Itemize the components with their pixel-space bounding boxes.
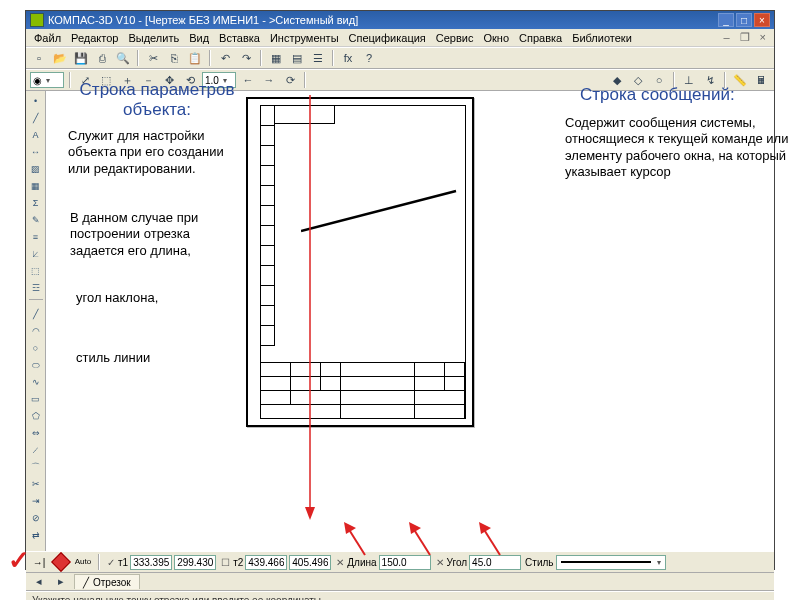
arc-icon[interactable]: ◠ — [28, 323, 44, 339]
fillet-icon[interactable]: ⌒ — [28, 459, 44, 475]
zoom-next-icon[interactable]: → — [260, 71, 278, 89]
select-tool-icon[interactable]: ⬚ — [28, 263, 44, 279]
chamfer-icon[interactable]: ⟋ — [28, 442, 44, 458]
trim-icon[interactable]: ✂ — [28, 476, 44, 492]
menu-help[interactable]: Справка — [515, 31, 566, 45]
pt2-y-input[interactable] — [289, 555, 331, 570]
refresh-icon[interactable]: ⟳ — [281, 71, 299, 89]
snap-mid-icon[interactable]: ◇ — [629, 71, 647, 89]
offset-icon[interactable]: ⇔ — [28, 425, 44, 441]
polygon-icon[interactable]: ⬠ — [28, 408, 44, 424]
length-field: ✕ Длина — [335, 555, 430, 570]
open-icon[interactable]: 📂 — [51, 49, 69, 67]
menu-libs[interactable]: Библиотеки — [568, 31, 636, 45]
menu-view[interactable]: Вид — [185, 31, 213, 45]
lock-icon[interactable]: ☐ — [220, 557, 231, 568]
pt1-y-input[interactable] — [174, 555, 216, 570]
mirror-icon[interactable]: ⇄ — [28, 527, 44, 543]
extend-icon[interactable]: ⇥ — [28, 493, 44, 509]
measure-icon[interactable]: 📏 — [731, 71, 749, 89]
menu-edit[interactable]: Редактор — [67, 31, 122, 45]
vars-icon[interactable]: fx — [339, 49, 357, 67]
tab-prev-icon[interactable]: ◂ — [30, 573, 48, 591]
edit-tool-icon[interactable]: ✎ — [28, 212, 44, 228]
menu-service[interactable]: Сервис — [432, 31, 478, 45]
mdi-close[interactable]: × — [756, 30, 770, 45]
cut-icon[interactable]: ✂ — [144, 49, 162, 67]
zoom-all-icon[interactable]: ⤢ — [76, 71, 94, 89]
create-object-icon[interactable]: →| — [30, 553, 48, 571]
layers-icon[interactable]: ▤ — [288, 49, 306, 67]
tab-next-icon[interactable]: ▸ — [52, 573, 70, 591]
close-button[interactable]: × — [754, 13, 770, 27]
zoom-combo[interactable]: 1.0▾ — [202, 72, 236, 88]
maximize-button[interactable]: □ — [736, 13, 752, 27]
spec-tool-icon[interactable]: ☲ — [28, 280, 44, 296]
symbol-icon[interactable]: Σ — [28, 195, 44, 211]
zoom-window-icon[interactable]: ⬚ — [97, 71, 115, 89]
lock-icon[interactable]: ✓ — [106, 557, 116, 568]
grid-icon[interactable]: ▦ — [267, 49, 285, 67]
ortho-icon[interactable]: ⊥ — [680, 71, 698, 89]
parameter-bar: →| Auto ✓ т1 ☐ т2 ✕ Длина ✕ Угол Стиль — [26, 551, 774, 573]
new-icon[interactable]: ▫ — [30, 49, 48, 67]
ellipse-icon[interactable]: ⬭ — [28, 357, 44, 373]
zoom-in-icon[interactable]: ＋ — [118, 71, 136, 89]
paste-icon[interactable]: 📋 — [186, 49, 204, 67]
drawing-frame — [260, 105, 466, 419]
zoom-prev-icon[interactable]: ← — [239, 71, 257, 89]
table-icon[interactable]: ▦ — [28, 178, 44, 194]
menu-insert[interactable]: Вставка — [215, 31, 264, 45]
menu-tools[interactable]: Инструменты — [266, 31, 343, 45]
rect-icon[interactable]: ▭ — [28, 391, 44, 407]
tab-segment[interactable]: ╱ Отрезок — [74, 574, 140, 589]
break-icon[interactable]: ⊘ — [28, 510, 44, 526]
redo-icon[interactable]: ↷ — [237, 49, 255, 67]
props-icon[interactable]: ☰ — [309, 49, 327, 67]
lock-icon[interactable]: ✕ — [335, 557, 345, 568]
pt1-x-input[interactable] — [130, 555, 172, 570]
menu-file[interactable]: Файл — [30, 31, 65, 45]
length-input[interactable] — [379, 555, 431, 570]
copy-icon[interactable]: ⎘ — [165, 49, 183, 67]
angle-input[interactable] — [469, 555, 521, 570]
snap-end-icon[interactable]: ◆ — [608, 71, 626, 89]
auto-icon[interactable]: Auto — [74, 553, 92, 571]
style-combo[interactable]: ▾ — [556, 555, 666, 570]
coord-icon[interactable]: ↯ — [701, 71, 719, 89]
menu-window[interactable]: Окно — [479, 31, 513, 45]
save-icon[interactable]: 💾 — [72, 49, 90, 67]
measure-tool-icon[interactable]: ⟀ — [28, 246, 44, 262]
snap-center-icon[interactable]: ○ — [650, 71, 668, 89]
print-icon[interactable]: ⎙ — [93, 49, 111, 67]
checkmark-icon: ✓ — [8, 545, 30, 576]
undo-icon[interactable]: ↶ — [216, 49, 234, 67]
circle-icon[interactable]: ○ — [28, 340, 44, 356]
calc-icon[interactable]: 🖩 — [752, 71, 770, 89]
segment-icon[interactable]: ╱ — [28, 306, 44, 322]
menu-select[interactable]: Выделить — [124, 31, 183, 45]
spline-icon[interactable]: ∿ — [28, 374, 44, 390]
statusbar: Укажите начальную точку отрезка или введ… — [26, 591, 774, 600]
menu-spec[interactable]: Спецификация — [345, 31, 430, 45]
pan-icon[interactable]: ✥ — [160, 71, 178, 89]
point-tool-icon[interactable]: • — [28, 93, 44, 109]
dim-tool-icon[interactable]: ↔ — [28, 144, 44, 160]
mdi-max[interactable]: ❐ — [736, 30, 754, 45]
mdi-min[interactable]: – — [719, 30, 733, 45]
drawing-canvas[interactable] — [46, 91, 774, 551]
text-tool-icon[interactable]: A — [28, 127, 44, 143]
preview-icon[interactable]: 🔍 — [114, 49, 132, 67]
minimize-button[interactable]: _ — [718, 13, 734, 27]
lock-icon[interactable]: ✕ — [435, 557, 445, 568]
stop-button[interactable] — [52, 553, 70, 571]
length-label: Длина — [347, 557, 376, 568]
zoom-out-icon[interactable]: － — [139, 71, 157, 89]
state-combo[interactable]: ◉ ▾ — [30, 72, 64, 88]
help-icon[interactable]: ? — [360, 49, 378, 67]
param-icon[interactable]: ≡ — [28, 229, 44, 245]
rotate-icon[interactable]: ⟲ — [181, 71, 199, 89]
line-tool-icon[interactable]: ╱ — [28, 110, 44, 126]
pt2-x-input[interactable] — [245, 555, 287, 570]
hatch-tool-icon[interactable]: ▨ — [28, 161, 44, 177]
